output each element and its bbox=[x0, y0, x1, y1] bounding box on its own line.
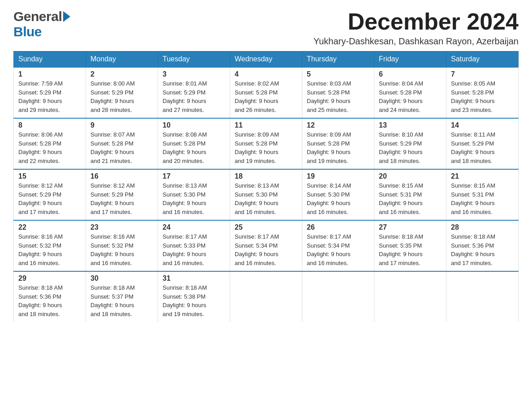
day-number: 10 bbox=[163, 121, 225, 129]
header-tuesday: Tuesday bbox=[158, 51, 230, 68]
day-info: Sunrise: 8:00 AMSunset: 5:29 PMDaylight:… bbox=[90, 80, 135, 113]
calendar-day-cell bbox=[302, 271, 374, 322]
day-number: 5 bbox=[307, 70, 369, 78]
day-info: Sunrise: 8:18 AMSunset: 5:36 PMDaylight:… bbox=[451, 233, 495, 266]
day-number: 8 bbox=[18, 121, 81, 129]
day-number: 25 bbox=[235, 223, 297, 231]
day-info: Sunrise: 8:18 AMSunset: 5:37 PMDaylight:… bbox=[90, 284, 135, 317]
day-info: Sunrise: 8:16 AMSunset: 5:32 PMDaylight:… bbox=[90, 233, 135, 266]
calendar-day-cell: 14 Sunrise: 8:11 AMSunset: 5:29 PMDaylig… bbox=[446, 118, 519, 169]
day-info: Sunrise: 8:18 AMSunset: 5:35 PMDaylight:… bbox=[379, 233, 423, 266]
day-number: 12 bbox=[307, 121, 369, 129]
day-number: 11 bbox=[235, 121, 297, 129]
calendar-day-cell: 15 Sunrise: 8:12 AMSunset: 5:29 PMDaylig… bbox=[14, 169, 86, 220]
day-info: Sunrise: 8:17 AMSunset: 5:34 PMDaylight:… bbox=[307, 233, 351, 266]
calendar-day-cell: 17 Sunrise: 8:13 AMSunset: 5:30 PMDaylig… bbox=[158, 169, 230, 220]
day-number: 16 bbox=[90, 172, 153, 180]
day-number: 31 bbox=[163, 274, 225, 283]
page-header: General Blue December 2024 Yukhary-Dashk… bbox=[13, 9, 519, 47]
day-info: Sunrise: 8:15 AMSunset: 5:31 PMDaylight:… bbox=[379, 182, 423, 215]
day-number: 30 bbox=[90, 274, 153, 283]
header-saturday: Saturday bbox=[446, 51, 519, 68]
calendar-day-cell: 27 Sunrise: 8:18 AMSunset: 5:35 PMDaylig… bbox=[374, 220, 446, 271]
day-info: Sunrise: 8:04 AMSunset: 5:28 PMDaylight:… bbox=[379, 80, 423, 113]
day-info: Sunrise: 8:10 AMSunset: 5:29 PMDaylight:… bbox=[379, 131, 423, 164]
header-sunday: Sunday bbox=[14, 51, 86, 68]
calendar-week-row: 8 Sunrise: 8:06 AMSunset: 5:28 PMDayligh… bbox=[14, 118, 519, 169]
calendar-day-cell: 7 Sunrise: 8:05 AMSunset: 5:28 PMDayligh… bbox=[446, 67, 519, 118]
calendar-day-cell: 10 Sunrise: 8:08 AMSunset: 5:28 PMDaylig… bbox=[158, 118, 230, 169]
calendar-day-cell: 28 Sunrise: 8:18 AMSunset: 5:36 PMDaylig… bbox=[446, 220, 519, 271]
calendar-day-cell bbox=[446, 271, 519, 322]
day-number: 22 bbox=[18, 223, 81, 231]
day-number: 9 bbox=[90, 121, 153, 129]
day-info: Sunrise: 8:09 AMSunset: 5:28 PMDaylight:… bbox=[307, 131, 351, 164]
logo-arrow-icon bbox=[63, 11, 70, 22]
day-number: 15 bbox=[18, 172, 81, 180]
day-number: 14 bbox=[451, 121, 514, 129]
day-info: Sunrise: 8:09 AMSunset: 5:28 PMDaylight:… bbox=[235, 131, 279, 164]
day-number: 20 bbox=[379, 172, 442, 180]
day-info: Sunrise: 8:03 AMSunset: 5:28 PMDaylight:… bbox=[307, 80, 351, 113]
calendar-table: Sunday Monday Tuesday Wednesday Thursday… bbox=[13, 51, 519, 322]
calendar-day-cell: 2 Sunrise: 8:00 AMSunset: 5:29 PMDayligh… bbox=[86, 67, 158, 118]
day-number: 4 bbox=[235, 70, 297, 78]
calendar-day-cell bbox=[374, 271, 446, 322]
month-title: December 2024 bbox=[313, 9, 519, 34]
calendar-day-cell: 12 Sunrise: 8:09 AMSunset: 5:28 PMDaylig… bbox=[302, 118, 374, 169]
day-number: 3 bbox=[163, 70, 225, 78]
day-info: Sunrise: 8:06 AMSunset: 5:28 PMDaylight:… bbox=[18, 131, 63, 164]
day-info: Sunrise: 7:59 AMSunset: 5:29 PMDaylight:… bbox=[18, 80, 63, 113]
calendar-week-row: 29 Sunrise: 8:18 AMSunset: 5:36 PMDaylig… bbox=[14, 271, 519, 322]
day-info: Sunrise: 8:18 AMSunset: 5:38 PMDaylight:… bbox=[163, 284, 207, 317]
calendar-day-cell: 9 Sunrise: 8:07 AMSunset: 5:28 PMDayligh… bbox=[86, 118, 158, 169]
day-number: 18 bbox=[235, 172, 297, 180]
calendar-day-cell: 1 Sunrise: 7:59 AMSunset: 5:29 PMDayligh… bbox=[14, 67, 86, 118]
day-info: Sunrise: 8:02 AMSunset: 5:28 PMDaylight:… bbox=[235, 80, 279, 113]
day-info: Sunrise: 8:13 AMSunset: 5:30 PMDaylight:… bbox=[163, 182, 207, 215]
day-info: Sunrise: 8:17 AMSunset: 5:34 PMDaylight:… bbox=[235, 233, 279, 266]
calendar-day-cell: 18 Sunrise: 8:13 AMSunset: 5:30 PMDaylig… bbox=[230, 169, 302, 220]
calendar-day-cell bbox=[230, 271, 302, 322]
calendar-day-cell: 13 Sunrise: 8:10 AMSunset: 5:29 PMDaylig… bbox=[374, 118, 446, 169]
day-number: 17 bbox=[163, 172, 225, 180]
title-section: December 2024 Yukhary-Dashkesan, Dashkas… bbox=[313, 9, 519, 47]
day-number: 6 bbox=[379, 70, 442, 78]
day-number: 1 bbox=[18, 70, 81, 78]
header-monday: Monday bbox=[86, 51, 158, 68]
day-info: Sunrise: 8:05 AMSunset: 5:28 PMDaylight:… bbox=[451, 80, 495, 113]
calendar-day-cell: 19 Sunrise: 8:14 AMSunset: 5:30 PMDaylig… bbox=[302, 169, 374, 220]
day-number: 24 bbox=[163, 223, 225, 231]
calendar-day-cell: 22 Sunrise: 8:16 AMSunset: 5:32 PMDaylig… bbox=[14, 220, 86, 271]
header-wednesday: Wednesday bbox=[230, 51, 302, 68]
day-info: Sunrise: 8:13 AMSunset: 5:30 PMDaylight:… bbox=[235, 182, 279, 215]
calendar-day-cell: 3 Sunrise: 8:01 AMSunset: 5:29 PMDayligh… bbox=[158, 67, 230, 118]
day-number: 28 bbox=[451, 223, 514, 231]
day-number: 7 bbox=[451, 70, 514, 78]
day-number: 23 bbox=[90, 223, 153, 231]
day-number: 13 bbox=[379, 121, 442, 129]
day-info: Sunrise: 8:01 AMSunset: 5:29 PMDaylight:… bbox=[163, 80, 207, 113]
calendar-day-cell: 31 Sunrise: 8:18 AMSunset: 5:38 PMDaylig… bbox=[158, 271, 230, 322]
calendar-day-cell: 11 Sunrise: 8:09 AMSunset: 5:28 PMDaylig… bbox=[230, 118, 302, 169]
calendar-day-cell: 20 Sunrise: 8:15 AMSunset: 5:31 PMDaylig… bbox=[374, 169, 446, 220]
header-thursday: Thursday bbox=[302, 51, 374, 68]
calendar-day-cell: 30 Sunrise: 8:18 AMSunset: 5:37 PMDaylig… bbox=[86, 271, 158, 322]
calendar-day-cell: 21 Sunrise: 8:15 AMSunset: 5:31 PMDaylig… bbox=[446, 169, 519, 220]
day-number: 29 bbox=[18, 274, 81, 283]
day-info: Sunrise: 8:08 AMSunset: 5:28 PMDaylight:… bbox=[163, 131, 207, 164]
header-friday: Friday bbox=[374, 51, 446, 68]
calendar-week-row: 1 Sunrise: 7:59 AMSunset: 5:29 PMDayligh… bbox=[14, 67, 519, 118]
calendar-day-cell: 25 Sunrise: 8:17 AMSunset: 5:34 PMDaylig… bbox=[230, 220, 302, 271]
day-info: Sunrise: 8:17 AMSunset: 5:33 PMDaylight:… bbox=[163, 233, 207, 266]
weekday-header-row: Sunday Monday Tuesday Wednesday Thursday… bbox=[14, 51, 519, 68]
location-text: Yukhary-Dashkesan, Dashkasan Rayon, Azer… bbox=[313, 36, 519, 47]
day-info: Sunrise: 8:18 AMSunset: 5:36 PMDaylight:… bbox=[18, 284, 63, 317]
day-number: 27 bbox=[379, 223, 442, 231]
calendar-week-row: 15 Sunrise: 8:12 AMSunset: 5:29 PMDaylig… bbox=[14, 169, 519, 220]
calendar-day-cell: 26 Sunrise: 8:17 AMSunset: 5:34 PMDaylig… bbox=[302, 220, 374, 271]
calendar-day-cell: 4 Sunrise: 8:02 AMSunset: 5:28 PMDayligh… bbox=[230, 67, 302, 118]
calendar-day-cell: 8 Sunrise: 8:06 AMSunset: 5:28 PMDayligh… bbox=[14, 118, 86, 169]
day-number: 2 bbox=[90, 70, 153, 78]
calendar-week-row: 22 Sunrise: 8:16 AMSunset: 5:32 PMDaylig… bbox=[14, 220, 519, 271]
